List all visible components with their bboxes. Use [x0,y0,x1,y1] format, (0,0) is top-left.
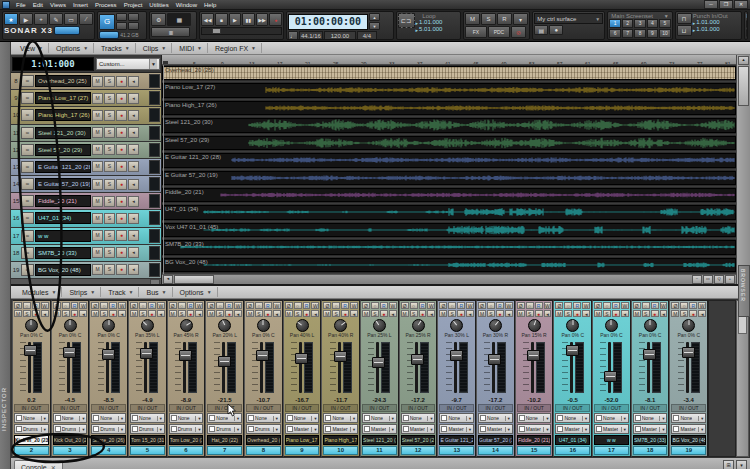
interleave-button[interactable]: ○ [564,302,572,309]
pan-knob[interactable] [373,319,386,332]
output-selector[interactable]: Master▼ [439,424,474,434]
exclusive-solo-icon[interactable]: ⊘ [511,26,526,38]
phase-button[interactable]: Ø [207,302,215,309]
mute-button[interactable]: M [671,310,679,317]
interleave-button[interactable]: ○ [294,302,302,309]
solo-button[interactable]: S [526,310,534,317]
record-arm-button[interactable]: ● [148,310,156,317]
close-icon[interactable]: ✕ [51,464,56,469]
input-selector[interactable]: None▼ [671,413,706,423]
automation-read-button[interactable]: R [496,302,504,309]
pan-knob[interactable] [64,319,77,332]
automation-write-button[interactable]: W [582,302,590,309]
record-arm-button[interactable]: ● [573,310,581,317]
fader-handle[interactable] [24,345,37,356]
mixer-strip[interactable]: Ø○RWMS●◂Pan 0% C-0.5IN / OUTNone▼Master▼… [553,300,592,457]
mute-button[interactable]: M [92,161,103,172]
phase-button[interactable]: Ø [671,302,679,309]
meter-display[interactable]: 4/4 [357,31,377,40]
record-arm-button[interactable]: ● [303,310,311,317]
logo-pill[interactable] [54,26,80,35]
record-arm-button[interactable]: ● [116,264,127,275]
punch-out-value[interactable]: 1.01.000 [696,26,719,33]
display-thumbnail-icon[interactable]: ▦ [167,13,191,26]
automation-write-button[interactable]: W [273,302,281,309]
screenset-1-button[interactable]: 1 [609,19,620,28]
input-selector[interactable]: None▼ [478,413,513,423]
automation-read-button[interactable]: R [380,302,388,309]
waveform-icon[interactable]: ≈ [21,247,34,259]
input-selector[interactable]: None▼ [323,413,358,423]
global-r-button[interactable]: R [497,13,512,25]
pan-knob[interactable] [450,319,463,332]
input-selector[interactable]: None▼ [91,413,126,423]
output-selector[interactable]: Drums▼ [169,424,204,434]
pan-knob[interactable] [528,319,541,332]
input-echo-button[interactable]: ◂ [128,230,139,241]
snap-option-icon[interactable] [116,22,127,30]
automation-write-button[interactable]: W [311,302,319,309]
pan-knob[interactable] [412,319,425,332]
output-selector[interactable]: Master▼ [478,424,513,434]
mixer-strip[interactable]: Ø○RWMS●◂Pan 0% C-4.5IN / OUTNone▼Drums▼K… [51,300,90,457]
strip-name[interactable]: Tom Low_20 (32) [169,435,204,445]
automation-read-button[interactable]: R [419,302,427,309]
waveform-icon[interactable]: ≈ [21,161,34,173]
browser-collapsed-tab[interactable]: BROWSER [738,265,750,317]
mixer-strip[interactable]: Ø○RWMS●◂Pan 40% L-16.7IN / OUTNone▼Maste… [283,300,322,457]
control-surface-selector[interactable]: My ctrl surface▼ [534,13,603,24]
pan-knob[interactable] [605,319,618,332]
automation-read-button[interactable]: R [535,302,543,309]
audio-clip[interactable]: Vox U47 01_01 (45) [162,223,736,237]
strip-name[interactable]: Overhead_20 (25) [246,435,281,445]
input-selector[interactable]: None▼ [130,413,165,423]
strip-name[interactable]: Hat_20 (22) [207,435,242,445]
strip-name[interactable]: BG Vox_20 (48) [671,435,706,445]
phase-button[interactable]: Ø [169,302,177,309]
mute-button[interactable]: M [92,196,103,207]
track-name[interactable]: SM7B_20 (33) [35,247,91,259]
mixer-strip[interactable]: Ø○RWMS●◂Pan 30% R-17.2IN / OUTNone▼Maste… [476,300,515,457]
interleave-button[interactable]: ○ [642,302,650,309]
strip-name[interactable]: Snare_20 (26) [91,435,126,445]
automation-write-button[interactable]: W [427,302,435,309]
output-selector[interactable]: Drums▼ [91,424,126,434]
solo-button[interactable]: S [62,310,70,317]
strip-name[interactable]: w w [594,435,629,445]
mixer-strip[interactable]: Ø○RWMS●◂Pan 40% R-11.7IN / OUTNone▼Maste… [321,300,360,457]
menu-edit[interactable]: Edit [33,2,43,8]
interleave-button[interactable]: ○ [603,302,611,309]
mute-button[interactable]: M [594,310,602,317]
solo-button[interactable]: S [104,93,115,104]
audio-clip[interactable]: SM7B_20 (33) [162,240,736,254]
interleave-button[interactable]: ○ [100,302,108,309]
input-echo-button[interactable]: ◂ [660,310,668,317]
strip-name[interactable]: Steel 121_20 (30) [362,435,397,445]
input-selector[interactable]: None▼ [517,413,552,423]
mute-button[interactable]: M [92,93,103,104]
solo-button[interactable]: S [642,310,650,317]
interleave-button[interactable]: ○ [410,302,418,309]
output-selector[interactable]: Master▼ [285,424,320,434]
record-arm-button[interactable]: ● [225,310,233,317]
input-echo-button[interactable]: ◂ [621,310,629,317]
input-echo-button[interactable]: ◂ [157,310,165,317]
menu-insert[interactable]: Insert [73,2,88,8]
track-name[interactable]: BG Vox_20 (48) [35,264,91,276]
mixer-strip[interactable]: Ø○RWMS●◂Pan 0% C-52.0IN / OUTNone▼Master… [592,300,631,457]
record-arm-button[interactable]: ● [116,230,127,241]
track-name[interactable]: Piano High_17 (26) [35,109,91,121]
automation-read-button[interactable]: R [32,302,40,309]
record-arm-button[interactable]: ● [187,310,195,317]
tab-tracks[interactable]: Tracks▼ [96,43,136,53]
strip-name[interactable]: U47_01 (34) [555,435,590,445]
screenset-5-button[interactable]: 5 [659,19,670,28]
global-s-button[interactable]: S [481,13,496,25]
mute-button[interactable]: M [92,230,103,241]
mute-button[interactable]: M [207,310,215,317]
automation-read-button[interactable]: R [651,302,659,309]
track-name[interactable]: E Guitar 57_20 (19) [35,178,91,190]
screenset-7-button[interactable]: 7 [622,29,633,38]
output-selector[interactable]: Master▼ [594,424,629,434]
time-up-icon[interactable]: ▲ [369,13,380,21]
